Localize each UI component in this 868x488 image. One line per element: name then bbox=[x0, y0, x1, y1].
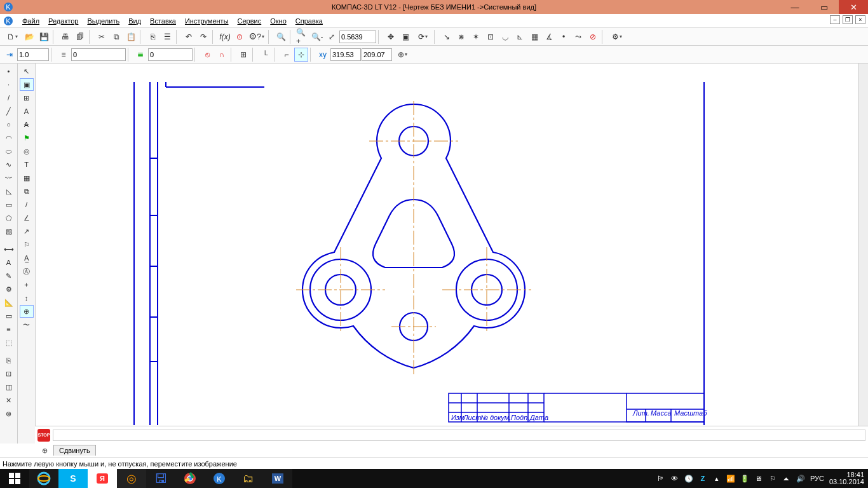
taskbar-yandex-icon[interactable]: Я bbox=[88, 469, 117, 488]
taskbar-word-icon[interactable]: W bbox=[263, 469, 292, 488]
misc2-icon[interactable]: ◫ bbox=[2, 381, 16, 393]
copy-props-button[interactable]: ⎘ bbox=[146, 30, 159, 44]
spec-panel-icon[interactable]: ≡ bbox=[2, 323, 16, 336]
spline-tool-icon[interactable]: ∿ bbox=[2, 158, 16, 171]
refresh-view-button[interactable]: ⟳ bbox=[413, 30, 432, 44]
line-tool-icon[interactable]: / bbox=[2, 92, 16, 104]
layer-icon[interactable]: ≣ bbox=[133, 48, 147, 62]
arc-tool-icon[interactable]: ◠ bbox=[2, 132, 16, 144]
point-tool-icon[interactable]: · bbox=[2, 78, 16, 91]
magnet-toggle-icon[interactable]: ∩ bbox=[215, 48, 229, 62]
magnet-settings-icon[interactable]: ⊙ bbox=[233, 30, 247, 44]
menu-view[interactable]: Вид bbox=[124, 16, 146, 26]
zoom-scale-icon[interactable]: ⤢ bbox=[325, 30, 339, 44]
drawing-canvas[interactable]: Изм Лист № докум. Подп. Дата Лит. Масса … bbox=[36, 64, 868, 444]
mdi-restore-button[interactable]: ❐ bbox=[843, 15, 853, 24]
zoom-in-button[interactable]: 🔍+ bbox=[295, 30, 309, 44]
taskbar-explorer-icon[interactable]: 🗂 bbox=[234, 469, 263, 488]
t-line2-icon[interactable]: / bbox=[20, 198, 34, 211]
snap-normal-icon[interactable]: ⊾ bbox=[513, 30, 527, 44]
tray-eye-icon[interactable]: 👁 bbox=[670, 474, 679, 483]
t-letter-icon[interactable]: A̲ bbox=[20, 252, 34, 264]
menu-window[interactable]: Окно bbox=[266, 16, 291, 26]
geometry-panel-icon[interactable]: • bbox=[2, 65, 16, 78]
window-maximize-button[interactable]: ▭ bbox=[810, 0, 839, 14]
menu-file[interactable]: Файл bbox=[18, 16, 44, 26]
aux-line-tool-icon[interactable]: ╱ bbox=[2, 105, 16, 118]
preview-button[interactable]: 🗐 bbox=[73, 30, 87, 44]
sizes-panel-icon[interactable]: ⟷ bbox=[2, 243, 16, 255]
polygon-tool-icon[interactable]: ⬠ bbox=[2, 212, 16, 224]
variables-button[interactable]: f(x) bbox=[218, 30, 232, 44]
t-cursor-icon[interactable]: ↖ bbox=[20, 65, 34, 78]
snap-mid-icon[interactable]: ⋇ bbox=[454, 30, 468, 44]
t-arrow-icon[interactable]: ↗ bbox=[20, 225, 34, 238]
new-document-button[interactable]: 🗋 bbox=[3, 30, 22, 44]
prop-create-icon[interactable]: ⊕ bbox=[37, 444, 51, 457]
t-wave-icon[interactable]: 〜 bbox=[20, 318, 34, 331]
linestyle-input[interactable] bbox=[71, 48, 126, 61]
snap-point-icon[interactable]: • bbox=[557, 30, 571, 44]
t-marker-icon[interactable]: ⚑ bbox=[20, 132, 34, 144]
tray-battery-icon[interactable]: 🔋 bbox=[740, 474, 749, 483]
paste-button[interactable]: 📋 bbox=[124, 30, 138, 44]
t-angle-icon[interactable]: ∠ bbox=[20, 212, 34, 224]
help-pointer-button[interactable]: ⭗? bbox=[247, 30, 266, 44]
coord-y-field[interactable] bbox=[362, 48, 392, 61]
misc1-icon[interactable]: ⊡ bbox=[2, 367, 16, 380]
t-center-mark-icon[interactable]: ⊕ bbox=[20, 305, 34, 318]
taskbar-app1-icon[interactable]: ◎ bbox=[117, 469, 146, 488]
tray-chevron-up-icon[interactable]: ▴ bbox=[712, 474, 721, 483]
start-button[interactable] bbox=[0, 469, 29, 488]
tray-volume-icon[interactable]: 🔊 bbox=[796, 474, 805, 483]
t-select-rect-icon[interactable]: ▣ bbox=[20, 78, 34, 91]
round-toggle-icon[interactable]: ⌐ bbox=[280, 48, 294, 62]
mdi-close-button[interactable]: × bbox=[855, 15, 865, 24]
t-a-icon[interactable]: A bbox=[20, 105, 34, 118]
coord-dropdown-button[interactable]: ⊕ bbox=[393, 48, 412, 62]
tray-language[interactable]: РУС bbox=[810, 475, 824, 482]
chamfer-tool-icon[interactable]: ◺ bbox=[2, 185, 16, 198]
taskbar-kompas-icon[interactable]: K bbox=[205, 469, 234, 488]
edit-panel-icon[interactable]: ✎ bbox=[2, 269, 16, 282]
tray-z-icon[interactable]: Z bbox=[698, 474, 707, 483]
t-ab-icon[interactable]: Ⓐ bbox=[20, 265, 34, 278]
zoom-value-input[interactable] bbox=[339, 30, 376, 43]
snap-settings-button[interactable]: ⚙ bbox=[607, 30, 627, 44]
tray-shield-icon[interactable]: ⚐ bbox=[768, 474, 777, 483]
menu-editor[interactable]: Редактор bbox=[44, 16, 83, 26]
taskbar-skype-icon[interactable]: S bbox=[58, 469, 88, 488]
t-grid-icon[interactable]: ⊞ bbox=[20, 92, 34, 104]
t-chain-icon[interactable]: ⧉ bbox=[20, 185, 34, 198]
insert-panel-icon[interactable]: ⎘ bbox=[2, 354, 16, 367]
ortho-toggle-icon[interactable]: └ bbox=[258, 48, 272, 62]
tray-clock[interactable]: 18:41 03.10.2014 bbox=[829, 471, 864, 485]
snap-angle-icon[interactable]: ∡ bbox=[542, 30, 556, 44]
cut-button[interactable]: ✂ bbox=[95, 30, 109, 44]
tray-monitor-icon[interactable]: 🖥 bbox=[754, 474, 763, 483]
taskbar-chrome-icon[interactable] bbox=[175, 469, 205, 488]
app-menu-icon[interactable]: K bbox=[3, 15, 14, 27]
property-input-area[interactable] bbox=[53, 430, 865, 441]
stop-icon[interactable]: STOP bbox=[37, 429, 50, 442]
cursor-step-input[interactable] bbox=[17, 48, 49, 61]
taskbar-save-icon[interactable]: 🖫 bbox=[146, 469, 175, 488]
snap-disable-icon[interactable]: ⊘ bbox=[586, 30, 600, 44]
mdi-minimize-button[interactable]: – bbox=[830, 15, 840, 24]
snap-near-icon[interactable]: ⤳ bbox=[571, 30, 585, 44]
select-panel-icon[interactable]: ▭ bbox=[2, 309, 16, 322]
open-button[interactable]: 📂 bbox=[22, 30, 36, 44]
snap-end-icon[interactable]: ↘ bbox=[440, 30, 454, 44]
pan-button[interactable]: ✥ bbox=[384, 30, 398, 44]
misc4-icon[interactable]: ⊗ bbox=[2, 407, 16, 420]
linestyle-icon[interactable]: ≡ bbox=[57, 48, 71, 62]
tray-network-icon[interactable]: 📶 bbox=[726, 474, 735, 483]
taskbar-ie-icon[interactable] bbox=[29, 469, 58, 488]
step-icon[interactable]: ⇥ bbox=[3, 48, 17, 62]
assoc-views-icon[interactable]: ⬚ bbox=[2, 336, 16, 349]
misc3-icon[interactable]: ✕ bbox=[2, 394, 16, 407]
local-cs-icon[interactable]: ⊹ bbox=[294, 48, 308, 62]
measure-panel-icon[interactable]: 📐 bbox=[2, 296, 16, 309]
menu-service[interactable]: Сервис bbox=[233, 16, 266, 26]
window-minimize-button[interactable]: — bbox=[780, 0, 810, 14]
